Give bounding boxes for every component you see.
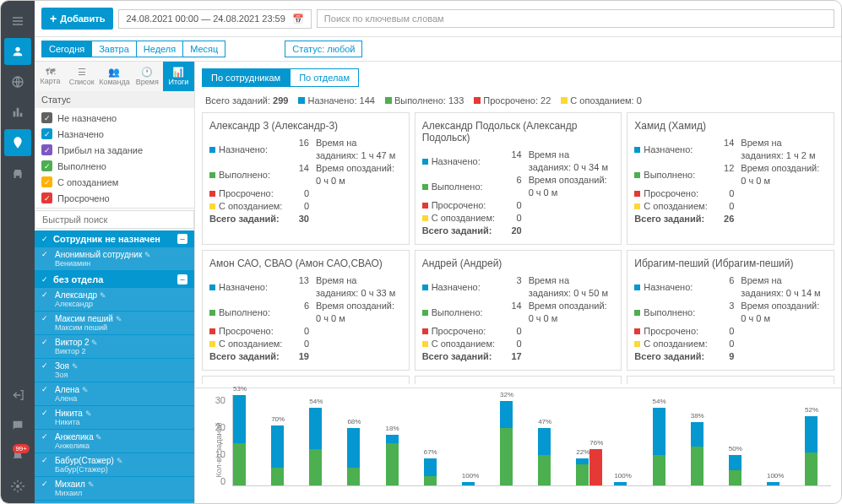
employee-item[interactable]: Михаил ✎Михаил xyxy=(35,477,194,501)
chart-bar: 50% xyxy=(729,395,755,485)
employee-card: Хамид (Хамид)Назначено:14Время на задани… xyxy=(627,112,834,245)
period-toggle: Сегодня Завтра Неделя Месяц xyxy=(41,41,225,57)
view-tab-2[interactable]: 👥Команда xyxy=(97,62,132,91)
rail-car-icon[interactable] xyxy=(4,160,31,187)
search-input[interactable]: Поиск по ключевым словам xyxy=(317,9,834,28)
employee-card: Вика (Вика)Назначено:1Время на заданиях:… xyxy=(202,376,410,384)
chart-bar: 70% xyxy=(271,395,297,485)
employee-card: Андрей (Андрей)Назначено:3Время на задан… xyxy=(415,250,622,371)
view-tab-4[interactable]: 📊Итоги xyxy=(163,62,194,91)
chart-bar: 52% xyxy=(805,395,831,485)
sidebar: 🗺Карта☰Список👥Команда🕐Время📊Итоги Статус… xyxy=(35,62,195,503)
svg-point-0 xyxy=(15,47,19,51)
status-header: Статус xyxy=(35,91,194,108)
employee-item[interactable]: Виктор 2 ✎Виктор 2 xyxy=(35,335,194,359)
employee-card: Амон САО, СВАО (Амон САО,СВАО)Назначено:… xyxy=(202,250,410,371)
rail-user-icon[interactable] xyxy=(4,38,31,65)
chart-bar: 53% xyxy=(233,395,259,485)
status-checkbox[interactable]: Прибыл на задание xyxy=(35,142,194,158)
chart-bar: 68% xyxy=(347,395,373,485)
tab-by-employee[interactable]: По сотрудникам xyxy=(202,68,290,87)
employee-item[interactable]: Никита ✎Никита xyxy=(35,406,194,430)
chart-bar: 54% xyxy=(653,395,679,485)
rail-bell-icon[interactable]: 99+ xyxy=(4,442,31,469)
employee-card: Ибрагим-пеший (Ибрагим-пеший)Назначено:6… xyxy=(627,250,834,371)
chart-bar: 100% xyxy=(614,395,640,485)
period-month[interactable]: Месяц xyxy=(183,41,225,57)
employee-item[interactable]: Анжелика ✎Анжелика xyxy=(35,430,194,453)
status-filter-dropdown[interactable]: Статус: любой xyxy=(285,41,362,57)
chart-bar: 54% xyxy=(309,395,335,485)
employee-item[interactable]: Бабур(Стажер) ✎Бабур(Стажер) xyxy=(35,453,194,477)
view-tab-3[interactable]: 🕐Время xyxy=(132,62,163,91)
status-checkbox[interactable]: Просрочено xyxy=(35,190,194,206)
chart-bar: 100% xyxy=(462,395,488,485)
view-tab-1[interactable]: ☰Список xyxy=(66,62,97,91)
employee-item[interactable]: Зоя ✎Зоя xyxy=(35,359,194,382)
quick-search-input[interactable] xyxy=(35,210,194,229)
employee-item[interactable]: Максим пеший ✎Максим пеший xyxy=(35,312,194,335)
chart-bar: 47% xyxy=(538,395,564,485)
employee-item[interactable]: Александр ✎Александр xyxy=(35,288,194,312)
chart-bar: 18% xyxy=(386,395,412,485)
employee-item[interactable]: Алена ✎Алена xyxy=(35,382,194,406)
period-today[interactable]: Сегодня xyxy=(42,41,92,57)
employee-card: ДжонникМалаховка (Джонник Малаховка)Назн… xyxy=(627,376,834,384)
rail-chat-icon[interactable] xyxy=(4,412,31,439)
notification-badge: 99+ xyxy=(13,444,30,453)
svg-point-2 xyxy=(16,485,19,488)
employee-card: Александр Подольск (Александр Подольск)Н… xyxy=(415,112,622,245)
chart: Кол-во заданий 3020100 53%70%54%68%18%67… xyxy=(195,387,841,503)
tab-by-department[interactable]: По отделам xyxy=(290,68,359,87)
rail-exit-icon[interactable] xyxy=(4,382,31,409)
status-checkbox[interactable]: Выполнено xyxy=(35,158,194,174)
period-tomorrow[interactable]: Завтра xyxy=(92,41,137,57)
rail-menu-icon[interactable] xyxy=(4,8,31,35)
employee-card: Александр 3 (Александр-3)Назначено:16Вре… xyxy=(202,112,410,245)
date-range-picker[interactable]: 24.08.2021 00:00 — 24.08.2021 23:59📅 xyxy=(118,9,311,29)
employee-group-header[interactable]: ✓ без отдела− xyxy=(35,271,194,288)
period-week[interactable]: Неделя xyxy=(137,41,183,57)
status-checkbox[interactable]: Не назначено xyxy=(35,110,194,126)
rail-pin-icon[interactable] xyxy=(4,129,31,156)
status-checkbox[interactable]: С опозданием xyxy=(35,174,194,190)
calendar-icon: 📅 xyxy=(292,14,304,24)
chart-bar: 22%76% xyxy=(576,395,602,485)
employee-card: Виктор (Виктор)Назначено:9Время на задан… xyxy=(415,376,622,384)
status-checkbox[interactable]: Назначено xyxy=(35,126,194,142)
employee-item[interactable]: Анонимный сотрудник ✎Вениамин xyxy=(35,247,194,271)
nav-rail: 99+ xyxy=(1,1,35,503)
employee-item[interactable]: Александр Стажер ✎Александр Стажер xyxy=(35,501,194,503)
chart-bar: 32% xyxy=(500,395,526,485)
employee-group-header[interactable]: ✓ Сотрудник не назначен− xyxy=(35,230,194,247)
chart-bar: 100% xyxy=(767,395,793,485)
chart-bar: 67% xyxy=(424,395,450,485)
view-tab-0[interactable]: 🗺Карта xyxy=(35,62,66,91)
totals-row: Всего заданий: 299 Назначено: 144 Выполн… xyxy=(195,94,841,112)
chart-bar: 38% xyxy=(691,395,717,485)
rail-chart-icon[interactable] xyxy=(4,99,31,126)
rail-globe-icon[interactable] xyxy=(4,68,31,95)
topbar: Добавить 24.08.2021 00:00 — 24.08.2021 2… xyxy=(35,1,841,37)
rail-gear-icon[interactable] xyxy=(4,473,31,500)
add-button[interactable]: Добавить xyxy=(41,8,113,30)
